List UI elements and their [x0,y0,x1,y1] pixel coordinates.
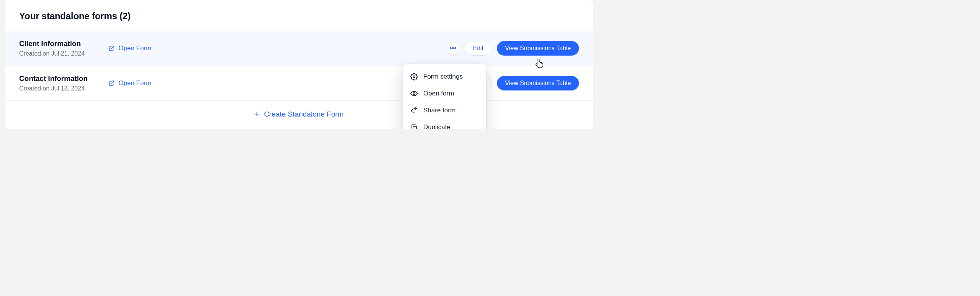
open-form-label: Open Form [118,44,151,52]
svg-line-0 [111,46,114,49]
external-link-icon [109,80,115,86]
menu-form-settings[interactable]: Form settings [409,68,480,85]
menu-duplicate[interactable]: Duplicate [409,119,480,129]
edit-button[interactable]: Edit [465,41,492,55]
share-arrow-icon [410,107,418,114]
svg-rect-4 [413,127,417,130]
form-row: Client Information Created on Jul 21, 20… [5,31,593,66]
card-header: Your standalone forms (2) [5,0,593,31]
plus-icon: + [255,110,260,118]
form-name: Client Information [19,39,92,48]
menu-label: Duplicate [423,123,451,129]
eye-icon [410,90,418,97]
more-actions-menu: Form settings Open form Share form Dupli… [403,64,486,129]
menu-label: Open form [423,90,454,97]
menu-share-form[interactable]: Share form [409,102,480,119]
divider [99,43,99,54]
footer: + Create Standalone Form [5,100,593,129]
form-created-date: Created on Jul 18, 2024 [19,85,92,92]
view-submissions-button[interactable]: View Submissions Table [497,76,579,90]
more-actions-button[interactable]: ••• [446,42,459,55]
menu-label: Form settings [423,73,463,81]
form-row: Contact Information Created on Jul 18, 2… [5,66,593,100]
forms-card: Your standalone forms (2) Client Informa… [5,0,593,129]
page-title: Your standalone forms (2) [19,11,579,21]
copy-icon [410,123,418,129]
create-form-button[interactable]: + Create Standalone Form [255,110,344,118]
open-form-link[interactable]: Open Form [109,79,151,87]
ellipsis-icon: ••• [449,45,457,52]
open-form-label: Open Form [118,79,151,87]
form-row-main: Contact Information Created on Jul 18, 2… [19,74,446,92]
form-actions: ••• Edit View Submissions Table [446,41,579,55]
form-name: Contact Information [19,74,92,83]
external-link-icon [109,45,115,51]
form-text: Client Information Created on Jul 21, 20… [19,39,92,57]
divider [99,78,99,89]
svg-line-1 [111,81,114,84]
view-submissions-button[interactable]: View Submissions Table [497,41,579,55]
svg-point-2 [413,76,415,78]
forms-list: Client Information Created on Jul 21, 20… [5,31,593,100]
form-row-main: Client Information Created on Jul 21, 20… [19,39,446,57]
form-created-date: Created on Jul 21, 2024 [19,50,92,57]
open-form-link[interactable]: Open Form [109,44,151,52]
gear-icon [410,73,418,81]
create-form-label: Create Standalone Form [264,110,344,118]
menu-label: Share form [423,107,455,114]
svg-point-3 [413,93,415,95]
menu-open-form[interactable]: Open form [409,85,480,102]
form-text: Contact Information Created on Jul 18, 2… [19,74,92,92]
